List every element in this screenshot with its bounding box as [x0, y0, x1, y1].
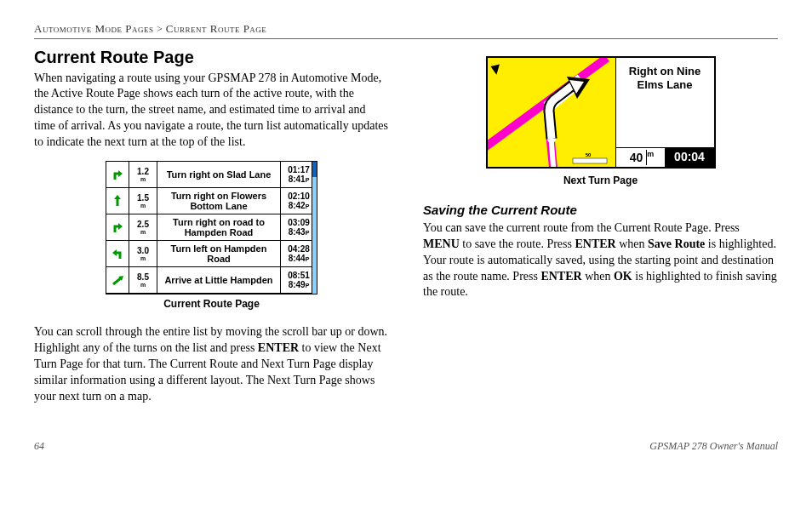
scroll-paragraph: You can scroll through the entire list b…	[34, 324, 389, 404]
turn-icon	[106, 241, 129, 266]
table-row[interactable]: 8.5mArrive at Little Hampden08:518:49P	[106, 267, 317, 294]
breadcrumb-part1: Automotive Mode Pages	[34, 22, 154, 35]
next-turn-figure: 50 Right on Nine Elms Lane 40m 00:04 Nex…	[423, 56, 778, 188]
scrollbar[interactable]	[312, 162, 317, 294]
left-column: Current Route Page When navigating a rou…	[34, 46, 389, 414]
route-table-caption: Current Route Page	[34, 297, 389, 311]
turn-description: Turn right on Slad Lane	[157, 162, 281, 187]
svg-marker-4	[112, 249, 117, 256]
turn-distance: 1.2m	[129, 162, 157, 187]
saving-paragraph: You can save the current route from the …	[423, 220, 778, 300]
table-row[interactable]: 1.2mTurn right on Slad Lane01:178:41P	[106, 162, 317, 188]
next-turn-distance: 40m	[616, 148, 666, 167]
enter-key: ENTER	[540, 270, 581, 283]
manual-title: GPSMAP 278 Owner's Manual	[649, 439, 778, 453]
menu-key: MENU	[423, 237, 460, 250]
turn-icon	[106, 162, 129, 187]
svg-marker-3	[118, 223, 123, 230]
turn-description: Arrive at Little Hampden	[157, 267, 281, 293]
page-number: 64	[34, 439, 44, 453]
page-footer: 64 GPSMAP 278 Owner's Manual	[34, 439, 778, 453]
svg-marker-2	[114, 195, 121, 199]
turn-distance: 1.5m	[129, 188, 157, 214]
route-table: 1.2mTurn right on Slad Lane01:178:41P1.5…	[106, 161, 317, 294]
next-turn-instruction: Right on Nine Elms Lane	[616, 58, 714, 147]
right-column: 50 Right on Nine Elms Lane 40m 00:04 Nex…	[423, 46, 778, 414]
breadcrumb-part2: Current Route Page	[166, 22, 267, 35]
turn-icon	[106, 214, 129, 240]
turn-distance: 3.0m	[129, 241, 157, 266]
next-turn-caption: Next Turn Page	[423, 174, 778, 187]
turn-description: Turn right on Flowers Bottom Lane	[157, 188, 281, 214]
turn-icon	[106, 188, 129, 214]
next-turn-box: 50 Right on Nine Elms Lane 40m 00:04	[486, 56, 716, 169]
table-row[interactable]: 3.0mTurn left on Hampden Road04:288:44P	[106, 241, 317, 267]
turn-description: Turn left on Hampden Road	[157, 241, 281, 266]
table-row[interactable]: 2.5mTurn right on road to Hampden Road03…	[106, 214, 317, 241]
save-route-label: Save Route	[648, 237, 705, 250]
turn-distance: 8.5m	[129, 267, 157, 293]
ok-label: OK	[614, 270, 632, 283]
turn-icon	[106, 267, 129, 293]
enter-key: ENTER	[575, 237, 615, 250]
intro-paragraph: When navigating a route using your GPSMA…	[34, 71, 389, 151]
next-turn-time: 00:04	[666, 148, 714, 167]
next-turn-status: 40m 00:04	[616, 147, 714, 167]
turn-description: Turn right on road to Hampden Road	[157, 214, 281, 240]
svg-marker-0	[118, 170, 123, 177]
route-table-figure: 1.2mTurn right on Slad Lane01:178:41P1.5…	[34, 161, 389, 311]
page-title: Current Route Page	[34, 46, 389, 69]
enter-key: ENTER	[258, 341, 299, 354]
table-row[interactable]: 1.5mTurn right on Flowers Bottom Lane02:…	[106, 188, 317, 214]
svg-rect-14	[573, 158, 607, 163]
svg-text:50: 50	[585, 152, 591, 157]
next-turn-map: 50	[488, 58, 616, 167]
saving-heading: Saving the Current Route	[423, 202, 778, 219]
breadcrumb: Automotive Mode Pages > Current Route Pa…	[34, 21, 778, 39]
turn-distance: 2.5m	[129, 214, 157, 240]
